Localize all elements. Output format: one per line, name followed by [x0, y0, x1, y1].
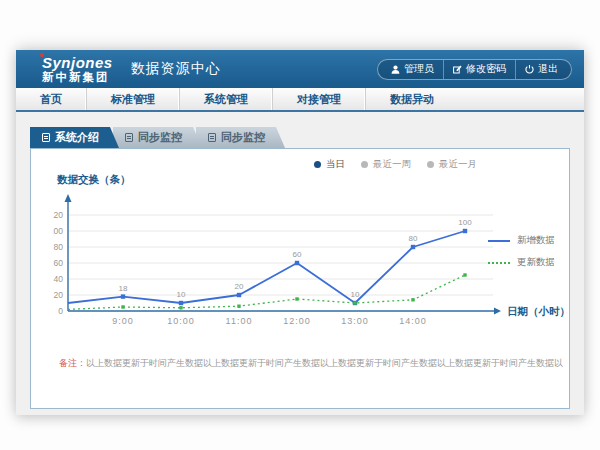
main-nav: 首页 标准管理 系统管理 对接管理 数据异动 [16, 88, 584, 112]
legend-item-updated-data: 更新数据 [488, 256, 555, 269]
svg-text:10: 10 [351, 290, 360, 299]
svg-text:40: 40 [54, 274, 64, 284]
svg-text:80: 80 [54, 242, 64, 252]
tab-sync-monitor-1[interactable]: 同步监控 [113, 127, 202, 148]
filter-last-month[interactable]: 最近一月 [427, 158, 477, 171]
document-icon [208, 133, 216, 142]
app-window: Synjones 新中新集团 数据资源中心 管理员 修改密码 退出 [16, 50, 584, 415]
svg-text:80: 80 [409, 234, 418, 243]
logout-label: 退出 [538, 62, 558, 76]
dotted-line-icon [488, 262, 510, 264]
footnote-text: 以上数据更新于时间产生数据以上数据更新于时间产生数据以上数据更新于时间产生数据以… [86, 358, 563, 368]
svg-text:0: 0 [58, 306, 63, 316]
svg-text:10:00: 10:00 [167, 316, 195, 326]
svg-text:20: 20 [235, 282, 244, 291]
change-password-label: 修改密码 [466, 62, 506, 76]
logo-secondary: 新中新集团 [42, 72, 113, 84]
solid-line-icon [488, 240, 510, 242]
svg-text:100: 100 [458, 218, 472, 227]
radio-unselected-icon [427, 161, 434, 168]
content-panel: 当日 最近一周 最近一月 数据交换（条） 0204060801001209:00… [30, 148, 570, 409]
app-header: Synjones 新中新集团 数据资源中心 管理员 修改密码 退出 [16, 50, 584, 88]
filter-today[interactable]: 当日 [314, 158, 345, 171]
tab-label: 同步监控 [138, 130, 182, 145]
user-label: 管理员 [404, 62, 434, 76]
radio-unselected-icon [361, 161, 368, 168]
svg-text:10: 10 [177, 290, 186, 299]
filter-label: 当日 [326, 158, 345, 171]
exchange-chart: 0204060801001209:0010:0011:0012:0013:001… [53, 193, 513, 333]
svg-text:100: 100 [53, 226, 63, 236]
user-icon [391, 65, 400, 74]
document-icon [125, 133, 133, 142]
svg-text:12:00: 12:00 [283, 316, 311, 326]
footnote-label: 备注： [59, 358, 86, 368]
filter-last-week[interactable]: 最近一周 [361, 158, 411, 171]
y-axis-title: 数据交换（条） [57, 173, 131, 187]
logo-primary: Synjones [42, 55, 113, 70]
tab-label: 系统介绍 [55, 130, 99, 145]
tab-label: 同步监控 [221, 130, 265, 145]
page-title: 数据资源中心 [131, 60, 221, 78]
svg-text:13:00: 13:00 [341, 316, 369, 326]
nav-item-integration[interactable]: 对接管理 [272, 88, 365, 110]
tab-sync-monitor-2[interactable]: 同步监控 [196, 127, 285, 148]
svg-text:18: 18 [119, 284, 128, 293]
nav-item-home[interactable]: 首页 [16, 88, 86, 110]
nav-item-data-changes[interactable]: 数据异动 [365, 88, 458, 110]
brand-logo: Synjones 新中新集团 [42, 55, 113, 84]
change-password-button[interactable]: 修改密码 [443, 60, 515, 79]
edit-icon [453, 65, 462, 74]
svg-text:120: 120 [53, 210, 63, 220]
svg-text:60: 60 [293, 250, 302, 259]
logout-button[interactable]: 退出 [515, 60, 567, 79]
legend-label: 更新数据 [517, 256, 555, 269]
x-axis-title: 日期（小时） [507, 305, 570, 319]
time-range-filters: 当日 最近一周 最近一月 [314, 158, 477, 171]
svg-text:60: 60 [54, 258, 64, 268]
page-canvas: Synjones 新中新集团 数据资源中心 管理员 修改密码 退出 [0, 0, 600, 450]
legend-label: 新增数据 [517, 234, 555, 247]
nav-item-standards[interactable]: 标准管理 [86, 88, 179, 110]
legend-item-new-data: 新增数据 [488, 234, 555, 247]
svg-text:9:00: 9:00 [112, 316, 134, 326]
chart-legend: 新增数据 更新数据 [488, 234, 555, 278]
tab-strip: 系统介绍 同步监控 同步监控 [30, 127, 279, 148]
nav-item-system[interactable]: 系统管理 [179, 88, 272, 110]
logo-red-dot-icon [40, 53, 44, 57]
footnote: 备注：以上数据更新于时间产生数据以上数据更新于时间产生数据以上数据更新于时间产生… [59, 357, 563, 370]
svg-text:20: 20 [54, 290, 64, 300]
user-toolbar: 管理员 修改密码 退出 [377, 59, 572, 80]
filter-label: 最近一月 [439, 158, 477, 171]
tab-system-intro[interactable]: 系统介绍 [30, 127, 119, 148]
user-menu[interactable]: 管理员 [382, 60, 443, 79]
radio-selected-icon [314, 161, 321, 168]
filter-label: 最近一周 [373, 158, 411, 171]
svg-text:14:00: 14:00 [399, 316, 427, 326]
power-icon [525, 65, 534, 74]
document-icon [42, 133, 50, 142]
svg-text:11:00: 11:00 [226, 316, 253, 326]
